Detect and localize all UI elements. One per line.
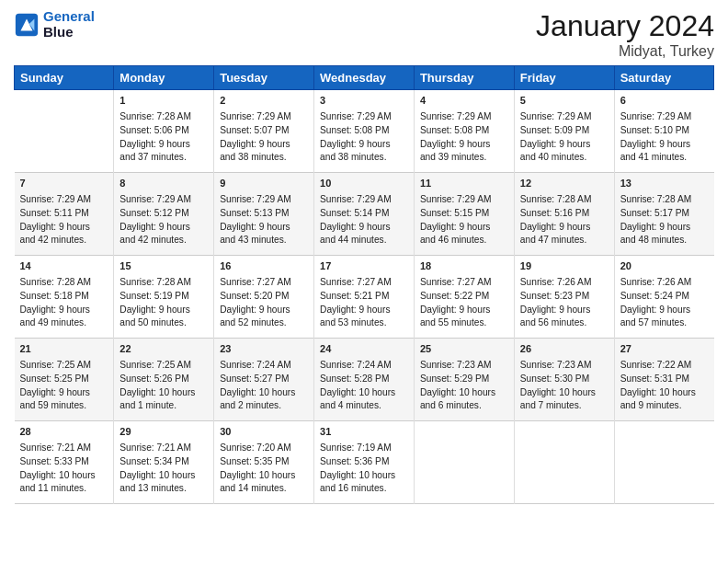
day-number: 22 bbox=[119, 342, 208, 357]
day-number: 13 bbox=[620, 177, 709, 191]
cell-text-line: Sunset: 5:12 PM bbox=[119, 207, 208, 221]
day-number: 12 bbox=[520, 177, 609, 191]
calendar-cell: 18Sunrise: 7:27 AMSunset: 5:22 PMDayligh… bbox=[414, 256, 514, 339]
cell-text-line: Sunrise: 7:28 AM bbox=[119, 276, 208, 290]
day-number: 18 bbox=[420, 259, 508, 274]
cell-text-line: Sunrise: 7:21 AM bbox=[119, 442, 208, 455]
cell-text-line: Sunrise: 7:29 AM bbox=[420, 110, 508, 124]
cell-text-line: Sunset: 5:22 PM bbox=[420, 290, 508, 304]
cell-text-line: Daylight: 10 hours bbox=[220, 386, 308, 400]
day-number: 3 bbox=[320, 94, 408, 109]
cell-text-line: Sunset: 5:30 PM bbox=[520, 373, 609, 386]
cell-text-line: Sunset: 5:27 PM bbox=[220, 373, 308, 386]
day-number: 5 bbox=[520, 94, 609, 109]
calendar-cell: 1Sunrise: 7:28 AMSunset: 5:06 PMDaylight… bbox=[114, 90, 214, 173]
cell-text-line: Daylight: 9 hours bbox=[119, 304, 208, 317]
cell-text-line: and 39 minutes. bbox=[420, 151, 508, 165]
cell-text-line: Daylight: 9 hours bbox=[620, 138, 709, 152]
logo-icon bbox=[14, 12, 40, 38]
cell-text-line: Sunset: 5:07 PM bbox=[220, 124, 308, 138]
calendar-cell: 3Sunrise: 7:29 AMSunset: 5:08 PMDaylight… bbox=[314, 90, 415, 173]
calendar-cell: 25Sunrise: 7:23 AMSunset: 5:29 PMDayligh… bbox=[414, 339, 514, 421]
cell-text-line: Sunset: 5:35 PM bbox=[220, 455, 308, 469]
cell-text-line: and 57 minutes. bbox=[620, 316, 709, 330]
day-number: 20 bbox=[620, 259, 709, 274]
cell-text-line: Sunrise: 7:23 AM bbox=[420, 359, 508, 373]
calendar-row-1: 1Sunrise: 7:28 AMSunset: 5:06 PMDaylight… bbox=[15, 90, 714, 173]
cell-text-line: Daylight: 9 hours bbox=[520, 221, 609, 235]
header-cell-monday: Monday bbox=[114, 66, 214, 90]
cell-text-line: and 7 minutes. bbox=[520, 399, 609, 413]
cell-text-line: Sunset: 5:34 PM bbox=[119, 455, 208, 469]
cell-text-line: and 42 minutes. bbox=[119, 234, 208, 247]
cell-text-line: Sunset: 5:19 PM bbox=[119, 290, 208, 304]
calendar-cell: 6Sunrise: 7:29 AMSunset: 5:10 PMDaylight… bbox=[614, 90, 713, 173]
cell-text-line: and 4 minutes. bbox=[320, 399, 408, 413]
day-number: 25 bbox=[420, 342, 508, 357]
calendar-cell: 23Sunrise: 7:24 AMSunset: 5:27 PMDayligh… bbox=[214, 339, 314, 421]
title-block: January 2024 Midyat, Turkey bbox=[536, 9, 714, 60]
cell-text-line: Daylight: 9 hours bbox=[220, 221, 308, 235]
cell-text-line: and 1 minute. bbox=[119, 399, 208, 413]
cell-text-line: Sunset: 5:15 PM bbox=[420, 207, 508, 221]
cell-text-line: and 41 minutes. bbox=[620, 151, 709, 165]
cell-text-line: Daylight: 9 hours bbox=[520, 304, 609, 317]
cell-text-line: and 37 minutes. bbox=[119, 151, 208, 165]
cell-text-line: Sunrise: 7:29 AM bbox=[620, 110, 709, 124]
calendar-title: January 2024 bbox=[536, 9, 714, 43]
cell-text-line: Sunrise: 7:29 AM bbox=[520, 110, 609, 124]
calendar-cell: 31Sunrise: 7:19 AMSunset: 5:36 PMDayligh… bbox=[314, 421, 415, 504]
cell-text-line: Sunset: 5:18 PM bbox=[20, 290, 108, 304]
calendar-cell: 30Sunrise: 7:20 AMSunset: 5:35 PMDayligh… bbox=[214, 421, 314, 504]
header-cell-saturday: Saturday bbox=[614, 66, 713, 90]
cell-text-line: and 46 minutes. bbox=[420, 234, 508, 247]
cell-text-line: and 49 minutes. bbox=[20, 316, 108, 330]
cell-text-line: Daylight: 10 hours bbox=[119, 469, 208, 483]
cell-text-line: Daylight: 10 hours bbox=[320, 469, 408, 483]
calendar-cell: 19Sunrise: 7:26 AMSunset: 5:23 PMDayligh… bbox=[514, 256, 614, 339]
cell-text-line: and 9 minutes. bbox=[620, 399, 709, 413]
cell-text-line: Daylight: 10 hours bbox=[119, 386, 208, 400]
calendar-cell: 28Sunrise: 7:21 AMSunset: 5:33 PMDayligh… bbox=[15, 421, 114, 504]
cell-text-line: and 38 minutes. bbox=[320, 151, 408, 165]
calendar-row-4: 21Sunrise: 7:25 AMSunset: 5:25 PMDayligh… bbox=[15, 339, 714, 421]
cell-text-line: Sunrise: 7:24 AM bbox=[220, 359, 308, 373]
cell-text-line: Sunset: 5:29 PM bbox=[420, 373, 508, 386]
cell-text-line: Sunrise: 7:20 AM bbox=[220, 442, 308, 455]
cell-text-line: Daylight: 9 hours bbox=[20, 386, 108, 400]
cell-text-line: Sunset: 5:20 PM bbox=[220, 290, 308, 304]
cell-text-line: and 40 minutes. bbox=[520, 151, 609, 165]
calendar-cell bbox=[614, 421, 713, 504]
calendar-cell bbox=[514, 421, 614, 504]
calendar-cell: 5Sunrise: 7:29 AMSunset: 5:09 PMDaylight… bbox=[514, 90, 614, 173]
cell-text-line: and 44 minutes. bbox=[320, 234, 408, 247]
cell-text-line: and 2 minutes. bbox=[220, 399, 308, 413]
cell-text-line: Sunrise: 7:22 AM bbox=[620, 359, 709, 373]
cell-text-line: and 50 minutes. bbox=[119, 316, 208, 330]
cell-text-line: Sunset: 5:14 PM bbox=[320, 207, 408, 221]
calendar-cell: 21Sunrise: 7:25 AMSunset: 5:25 PMDayligh… bbox=[15, 339, 114, 421]
cell-text-line: Sunrise: 7:29 AM bbox=[320, 110, 408, 124]
cell-text-line: Sunset: 5:10 PM bbox=[620, 124, 709, 138]
cell-text-line: Sunrise: 7:26 AM bbox=[520, 276, 609, 290]
logo: General Blue bbox=[14, 9, 95, 40]
cell-text-line: and 55 minutes. bbox=[420, 316, 508, 330]
cell-text-line: Daylight: 9 hours bbox=[320, 221, 408, 235]
calendar-row-3: 14Sunrise: 7:28 AMSunset: 5:18 PMDayligh… bbox=[15, 256, 714, 339]
day-number: 27 bbox=[620, 342, 709, 357]
cell-text-line: Sunrise: 7:29 AM bbox=[220, 193, 308, 207]
cell-text-line: and 48 minutes. bbox=[620, 234, 709, 247]
cell-text-line: Sunrise: 7:19 AM bbox=[320, 442, 408, 455]
cell-text-line: Sunset: 5:09 PM bbox=[520, 124, 609, 138]
cell-text-line: Daylight: 10 hours bbox=[520, 386, 609, 400]
calendar-cell: 7Sunrise: 7:29 AMSunset: 5:11 PMDaylight… bbox=[15, 173, 114, 256]
cell-text-line: and 47 minutes. bbox=[520, 234, 609, 247]
cell-text-line: Daylight: 9 hours bbox=[420, 221, 508, 235]
cell-text-line: Sunset: 5:08 PM bbox=[420, 124, 508, 138]
cell-text-line: Daylight: 9 hours bbox=[119, 221, 208, 235]
header-cell-sunday: Sunday bbox=[15, 66, 114, 90]
cell-text-line: Sunrise: 7:28 AM bbox=[20, 276, 108, 290]
cell-text-line: Daylight: 9 hours bbox=[220, 138, 308, 152]
cell-text-line: Daylight: 10 hours bbox=[220, 469, 308, 483]
cell-text-line: Sunset: 5:23 PM bbox=[520, 290, 609, 304]
